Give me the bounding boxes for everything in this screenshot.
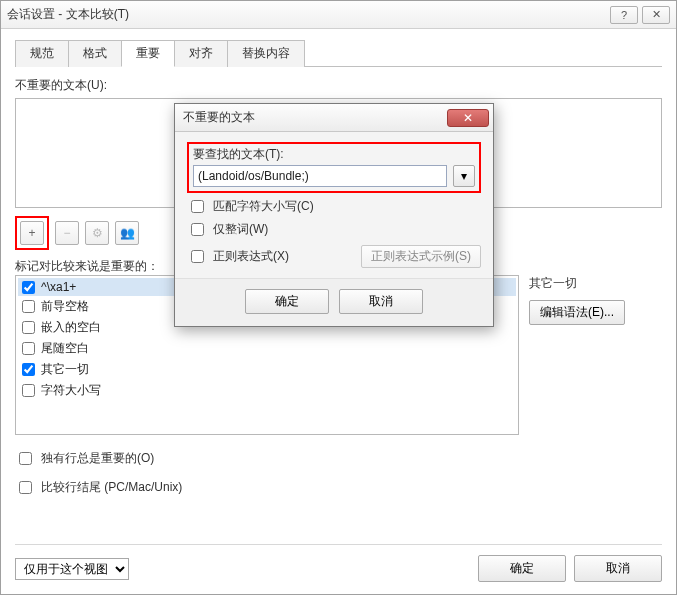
item-label: 字符大小写 <box>41 382 101 399</box>
item-checkbox[interactable] <box>22 281 35 294</box>
important-sidecol: 其它一切 编辑语法(E)... <box>529 275 625 325</box>
item-checkbox[interactable] <box>22 384 35 397</box>
gear-icon: ⚙ <box>92 226 103 240</box>
remove-button[interactable]: − <box>55 221 79 245</box>
exclusive-line-label: 独有行总是重要的(O) <box>41 450 154 467</box>
unimportant-label: 不重要的文本(U): <box>15 77 662 94</box>
ok-button[interactable]: 确定 <box>478 555 566 582</box>
item-checkbox[interactable] <box>22 300 35 313</box>
find-input-row: ▾ <box>193 165 475 187</box>
plus-icon: + <box>28 226 35 240</box>
exclusive-line-check[interactable]: 独有行总是重要的(O) <box>15 449 662 468</box>
window-title: 会话设置 - 文本比较(T) <box>7 6 610 23</box>
cancel-button[interactable]: 取消 <box>574 555 662 582</box>
item-label: 前导空格 <box>41 298 89 315</box>
dialog-titlebar: 不重要的文本 ✕ <box>175 104 493 132</box>
add-highlight: + <box>15 216 49 250</box>
titlebar-buttons: ? ✕ <box>610 6 670 24</box>
item-label: 尾随空白 <box>41 340 89 357</box>
dialog-body: 要查找的文本(T): ▾ 匹配字符大小写(C) 仅整词(W) <box>175 132 493 270</box>
item-label: 嵌入的空白 <box>41 319 101 336</box>
history-dropdown-button[interactable]: ▾ <box>453 165 475 187</box>
match-case-label: 匹配字符大小写(C) <box>213 198 314 215</box>
settings-window: 会话设置 - 文本比较(T) ? ✕ 规范 格式 重要 对齐 替换内容 不重要的… <box>0 0 677 595</box>
help-button[interactable]: ? <box>610 6 638 24</box>
tab-align[interactable]: 对齐 <box>174 40 228 67</box>
list-item[interactable]: 字符大小写 <box>18 380 516 401</box>
find-label: 要查找的文本(T): <box>193 146 475 163</box>
item-checkbox[interactable] <box>22 342 35 355</box>
list-item[interactable]: 其它一切 <box>18 359 516 380</box>
item-checkbox[interactable] <box>22 321 35 334</box>
regex-example-button: 正则表达式示例(S) <box>361 245 481 268</box>
compare-eol-label: 比较行结尾 (PC/Mac/Unix) <box>41 479 182 496</box>
add-button[interactable]: + <box>20 221 44 245</box>
tab-important[interactable]: 重要 <box>121 40 175 67</box>
regex-check[interactable]: 正则表达式(X) <box>187 247 289 266</box>
close-icon: ✕ <box>463 111 473 125</box>
match-case-check[interactable]: 匹配字符大小写(C) <box>187 197 481 216</box>
match-case-checkbox[interactable] <box>191 200 204 213</box>
dialog-title: 不重要的文本 <box>183 109 255 126</box>
find-input[interactable] <box>193 165 447 187</box>
regex-label: 正则表达式(X) <box>213 248 289 265</box>
tab-spec[interactable]: 规范 <box>15 40 69 67</box>
tab-format[interactable]: 格式 <box>68 40 122 67</box>
scope-select[interactable]: 仅用于这个视图 <box>15 558 129 580</box>
compare-eol-checkbox[interactable] <box>19 481 32 494</box>
minus-icon: − <box>63 226 70 240</box>
users-icon: 👥 <box>120 226 135 240</box>
compare-eol-check[interactable]: 比较行结尾 (PC/Mac/Unix) <box>15 478 662 497</box>
exclusive-line-checkbox[interactable] <box>19 452 32 465</box>
edit-grammar-button[interactable]: 编辑语法(E)... <box>529 300 625 325</box>
item-checkbox[interactable] <box>22 363 35 376</box>
chevron-down-icon: ▾ <box>461 169 467 183</box>
item-label: 其它一切 <box>41 361 89 378</box>
find-field-highlight: 要查找的文本(T): ▾ <box>187 142 481 193</box>
list-item[interactable]: 尾随空白 <box>18 338 516 359</box>
share-button[interactable]: 👥 <box>115 221 139 245</box>
settings-button[interactable]: ⚙ <box>85 221 109 245</box>
footer: 仅用于这个视图 确定 取消 <box>15 544 662 582</box>
whole-word-label: 仅整词(W) <box>213 221 268 238</box>
titlebar: 会话设置 - 文本比较(T) ? ✕ <box>1 1 676 29</box>
dialog-footer: 确定 取消 <box>175 278 493 326</box>
dialog-ok-button[interactable]: 确定 <box>245 289 329 314</box>
whole-word-checkbox[interactable] <box>191 223 204 236</box>
unimportant-text-dialog: 不重要的文本 ✕ 要查找的文本(T): ▾ 匹配字符大小写(C) <box>174 103 494 327</box>
close-button[interactable]: ✕ <box>642 6 670 24</box>
dialog-close-button[interactable]: ✕ <box>447 109 489 127</box>
bottom-checks: 独有行总是重要的(O) 比较行结尾 (PC/Mac/Unix) <box>15 449 662 497</box>
dialog-cancel-button[interactable]: 取消 <box>339 289 423 314</box>
whole-word-check[interactable]: 仅整词(W) <box>187 220 481 239</box>
item-label: ^\xa1+ <box>41 280 76 294</box>
tabstrip: 规范 格式 重要 对齐 替换内容 <box>15 39 662 67</box>
regex-checkbox[interactable] <box>191 250 204 263</box>
tab-replace[interactable]: 替换内容 <box>227 40 305 67</box>
side-label: 其它一切 <box>529 275 625 292</box>
